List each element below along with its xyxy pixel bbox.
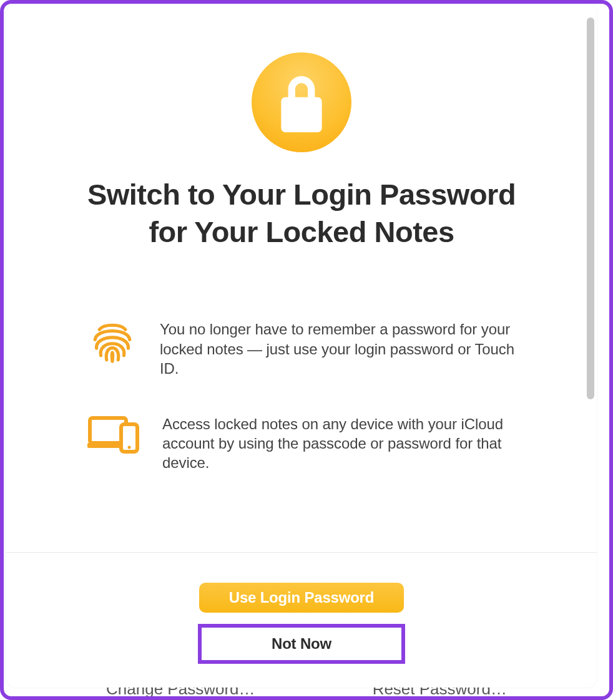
use-login-password-button[interactable]: Use Login Password bbox=[199, 583, 404, 613]
modal-headline: Switch to Your Login Password for Your L… bbox=[81, 176, 522, 251]
not-now-highlight: Not Now bbox=[198, 624, 405, 664]
modal-content: Switch to Your Login Password for Your L… bbox=[6, 4, 597, 497]
bullet-fingerprint: You no longer have to remember a passwor… bbox=[81, 319, 522, 378]
bullet-fingerprint-text: You no longer have to remember a passwor… bbox=[160, 319, 516, 378]
not-now-button[interactable]: Not Now bbox=[204, 630, 399, 658]
lock-hero-icon bbox=[252, 52, 351, 152]
modal-scroll-area: Switch to Your Login Password for Your L… bbox=[6, 4, 597, 552]
scrollbar-thumb[interactable] bbox=[587, 17, 594, 399]
svg-point-3 bbox=[128, 445, 131, 449]
bullet-devices: Access locked notes on any device with y… bbox=[81, 414, 522, 473]
modal-sheet: Switch to Your Login Password for Your L… bbox=[6, 4, 597, 688]
annotated-frame: Change Password… Reset Password… Switch … bbox=[0, 0, 613, 700]
lock-icon bbox=[279, 76, 324, 132]
devices-icon bbox=[87, 414, 140, 454]
modal-footer: Use Login Password Not Now bbox=[6, 552, 597, 688]
bullet-devices-text: Access locked notes on any device with y… bbox=[162, 414, 516, 473]
fingerprint-icon bbox=[87, 319, 137, 366]
feature-bullets: You no longer have to remember a passwor… bbox=[81, 319, 522, 472]
